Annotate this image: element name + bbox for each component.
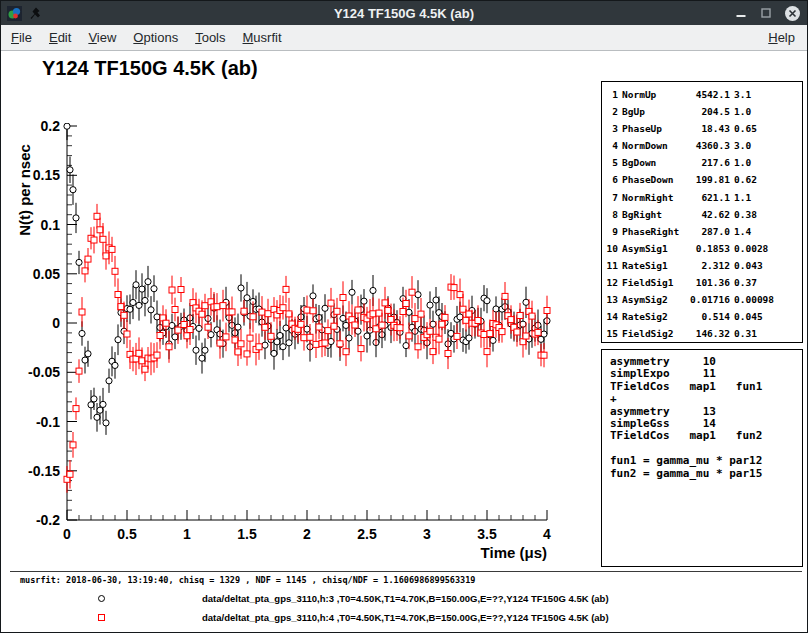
svg-text:3.5: 3.5 [477,526,497,542]
theory-line: + [610,393,802,405]
svg-text:0.5: 0.5 [117,526,137,542]
series-circles [64,112,550,435]
maximize-button[interactable] [759,6,773,20]
svg-text:3: 3 [423,526,431,542]
svg-text:-0.2: -0.2 [36,512,60,528]
x-axis-title: Time (μs) [481,544,547,561]
svg-text:0.05: 0.05 [33,266,60,282]
square-marker-icon [98,614,105,621]
asymmetry-plot[interactable]: -0.2-0.15-0.1-0.0500.050.10.150.200.511.… [14,90,592,568]
minimize-button[interactable] [734,6,748,20]
parameter-row: 9PhaseRight287.01.4 [606,223,802,240]
parameter-row: 14RateSig20.5140.045 [606,308,802,325]
legend: data/deltat_pta_gps_3110,h:3 ,T0=4.50K,T… [98,589,609,627]
svg-text:0: 0 [63,526,71,542]
root-canvas[interactable]: Y124 TF150G 4.5K (ab) -0.2-0.15-0.1-0.05… [2,52,808,633]
parameter-row: 12FieldSig1101.360.37 [606,274,802,291]
theory-line: fun2 = gamma_mu * par15 [610,468,802,480]
page-title: Y124 TF150G 4.5K (ab) [42,57,258,80]
svg-text:1: 1 [183,526,191,542]
theory-line: TFieldCos map1 fun2 [610,430,802,442]
parameter-row: 6PhaseDown199.810.62 [606,171,802,188]
menu-bar: FileEditViewOptionsToolsMusrfitHelp [1,25,807,51]
svg-text:0.15: 0.15 [33,167,60,183]
svg-text:0: 0 [52,315,60,331]
legend-item: data/deltat_pta_gps_3110,h:4 ,T0=4.50K,T… [98,608,609,627]
menu-item-help[interactable]: Help [768,28,795,47]
svg-text:2: 2 [303,526,311,542]
svg-text:2.5: 2.5 [357,526,377,542]
app-icon [7,6,22,21]
theory-line: simplExpo 11 [610,368,802,380]
menu-item-view[interactable]: View [88,28,125,47]
window-titlebar: Y124 TF150G 4.5K (ab) [1,1,807,25]
svg-text:4: 4 [543,526,551,542]
svg-text:1.5: 1.5 [237,526,257,542]
theory-line: fun1 = gamma_mu * par12 [610,455,802,467]
menu-item-tools[interactable]: Tools [195,28,234,47]
parameter-row: 8BgRight42.620.38 [606,206,802,223]
svg-text:0.2: 0.2 [41,118,61,134]
circle-marker-icon [98,595,105,602]
parameter-row: 13AsymSig20.017160.00098 [606,291,802,308]
svg-text:-0.05: -0.05 [28,364,60,380]
parameter-row: 5BgDown217.61.0 [606,154,802,171]
parameter-row: 4NormDown4360.33.0 [606,137,802,154]
parameter-row: 10AsymSig10.18530.0028 [606,240,802,257]
theory-line: TFieldCos map1 fun1 [610,381,802,393]
legend-item: data/deltat_pta_gps_3110,h:3 ,T0=4.50K,T… [98,589,609,608]
parameter-row: 15FieldSig2146.320.31 [606,325,802,342]
theory-block: asymmetry 10simplExpo 11TFieldCos map1 f… [601,349,803,567]
legend-label: data/deltat_pta_gps_3110,h:3 ,T0=4.50K,T… [202,593,609,604]
parameter-table: 1NormUp4542.13.12BgUp204.51.03PhaseUp18.… [601,81,803,343]
parameter-row: 7NormRight621.11.1 [606,189,802,206]
svg-text:0.1: 0.1 [41,217,61,233]
divider [10,571,802,572]
svg-text:-0.1: -0.1 [36,414,60,430]
parameter-row: 2BgUp204.51.0 [606,103,802,120]
menu-item-edit[interactable]: Edit [49,28,80,47]
parameter-row: 1NormUp4542.13.1 [606,86,802,103]
menu-item-musrfit[interactable]: Musrfit [243,28,291,47]
svg-text:-0.15: -0.15 [28,463,60,479]
pin-icon[interactable] [29,7,42,20]
app-window: Y124 TF150G 4.5K (ab) FileEditViewOption… [0,0,808,633]
menu-item-options[interactable]: Options [133,28,187,47]
menu-item-file[interactable]: File [11,28,41,47]
window-title: Y124 TF150G 4.5K (ab) [1,6,807,21]
fit-status-line: musrfit: 2018-06-30, 13:19:40, chisq = 1… [20,575,475,585]
y-axis-title: N(t) per nsec [16,144,33,236]
legend-label: data/deltat_pta_gps_3110,h:4 ,T0=4.50K,T… [202,612,609,623]
parameter-row: 11RateSig12.3120.043 [606,257,802,274]
parameter-row: 3PhaseUp18.430.65 [606,120,802,137]
close-button[interactable] [784,5,801,22]
